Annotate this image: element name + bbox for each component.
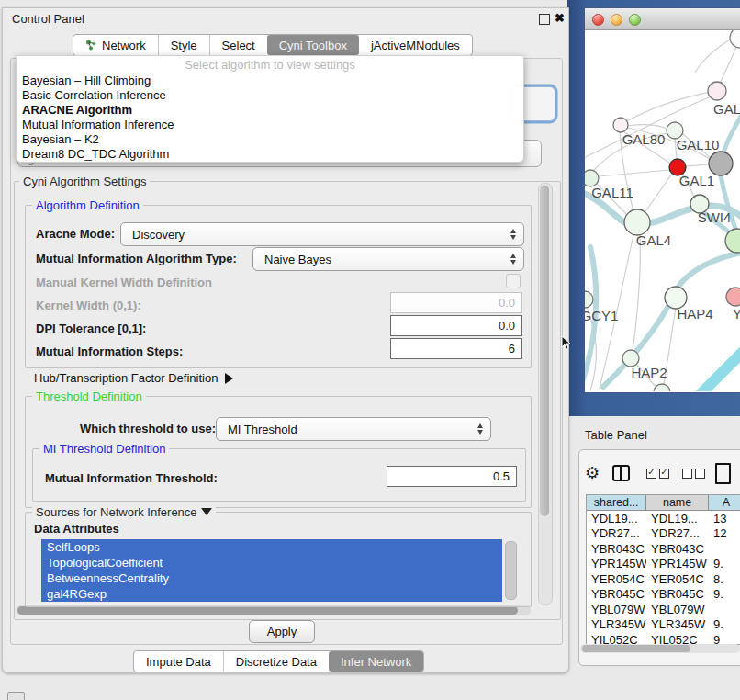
table-row[interactable]: YER054CYER054C8.	[587, 571, 740, 587]
network-view-window[interactable]: GALGAL80GAL10GAL1GAL11GAL4SWI4GCY1HAP4YH…	[584, 7, 740, 393]
cyni-bottom-tabbar: Impute DataDiscretize DataInfer Network	[133, 650, 424, 672]
algorithm-option[interactable]: Bayesian – Hill Climbing	[17, 73, 523, 88]
table-row[interactable]: YIL052CYIL052C9	[587, 632, 740, 645]
network-window-titlebar[interactable]	[585, 8, 740, 30]
table-cell: 8.	[709, 571, 740, 587]
table-cell: 9.	[709, 617, 740, 633]
column-header[interactable]: name	[646, 495, 709, 511]
float-window-icon[interactable]	[539, 14, 550, 25]
table-toolbar: ⚙	[585, 459, 731, 487]
algorithm-option[interactable]: Bayesian – K2	[17, 132, 523, 147]
data-attribute-item[interactable]: gal4RGexp	[41, 586, 502, 602]
tab-network[interactable]: Network	[73, 35, 158, 55]
table-row[interactable]: YLR345WYLR345W9.	[587, 617, 740, 633]
network-edge[interactable]	[626, 91, 717, 121]
list-scrollbar[interactable]	[505, 541, 517, 600]
table-row[interactable]: YDR27...YDR27...12	[587, 526, 740, 542]
algorithm-option[interactable]: Dream8 DC_TDC Algorithm	[17, 147, 523, 162]
column-layout-icon[interactable]	[612, 465, 630, 481]
network-edge[interactable]	[686, 164, 709, 166]
algorithm-option[interactable]: Basic Correlation Inference	[17, 88, 523, 103]
table-row[interactable]: YDL19...YDL19...13	[587, 511, 740, 526]
unchecked-box-icon[interactable]	[695, 469, 705, 479]
aracne-mode-combobox[interactable]: Discovery	[120, 222, 524, 246]
table-cell: YDL19...	[587, 511, 646, 526]
tab-jactivemnodules[interactable]: jActiveMNodules	[359, 35, 472, 55]
table-header-row: shared...nameA	[587, 495, 740, 511]
table-cell: YBR045C	[646, 587, 709, 603]
data-attributes-label: Data Attributes	[34, 522, 119, 536]
settings-gear-icon[interactable]: ⚙	[585, 463, 600, 483]
network-edge[interactable]	[603, 253, 740, 387]
apply-button[interactable]: Apply	[249, 620, 315, 643]
unchecked-box-icon[interactable]	[682, 469, 692, 479]
mi-steps-field[interactable]: 6	[390, 338, 522, 359]
column-header[interactable]: A	[709, 495, 740, 511]
network-node[interactable]	[730, 30, 740, 48]
hub-definition-expander[interactable]: Hub/Transcription Factor Definition	[34, 371, 233, 385]
checked-box-icon[interactable]	[659, 469, 669, 479]
close-icon[interactable]: ✖	[555, 11, 565, 25]
network-node[interactable]	[654, 384, 670, 391]
table-cell: YIL052C	[646, 632, 709, 645]
mi-algorithm-type-combobox[interactable]: Naive Bayes	[252, 247, 524, 271]
manual-kernel-width-checkbox[interactable]	[506, 274, 521, 288]
minimize-traffic-light[interactable]	[611, 14, 622, 26]
table-panel-title: Table Panel	[585, 428, 647, 442]
node-label: SWI4	[698, 209, 732, 225]
network-edge[interactable]	[633, 235, 640, 350]
collapse-down-icon	[201, 508, 212, 515]
mi-threshold-field[interactable]: 0.5	[387, 466, 517, 487]
network-canvas[interactable]: GALGAL80GAL10GAL1GAL11GAL4SWI4GCY1HAP4YH…	[585, 30, 740, 391]
dpi-tolerance-field[interactable]: 0.0	[390, 315, 522, 336]
network-edge[interactable]	[695, 40, 730, 73]
data-attribute-item[interactable]: SelfLoops	[41, 539, 502, 555]
table-cell: YDR27...	[587, 526, 646, 542]
tab-discretize-data[interactable]: Discretize Data	[223, 651, 329, 672]
tab-select[interactable]: Select	[209, 35, 267, 55]
mi-algorithm-type-label: Mutual Information Algorithm Type:	[36, 252, 237, 265]
table-cell: YPR145W	[587, 557, 646, 572]
network-node-gcy1[interactable]	[585, 291, 593, 308]
control-panel-window: Control Panel ✖ NetworkStyleSelectCyni T…	[2, 7, 569, 673]
page-icon[interactable]	[715, 463, 731, 484]
table-row[interactable]: YBR045CYBR045C9.	[587, 587, 740, 603]
table-horizontal-scrollbar[interactable]	[580, 644, 740, 653]
node-table: shared...nameA YDL19...YDL19...13YDR27..…	[586, 494, 740, 645]
sources-title[interactable]: Sources for Network Inference	[32, 505, 216, 519]
network-node-gal[interactable]	[708, 82, 726, 100]
network-edge[interactable]	[644, 174, 672, 214]
table-row[interactable]: YPR145WYPR145W9.	[587, 557, 740, 572]
tab-cyni-toolbox[interactable]: Cyni Toolbox	[267, 35, 359, 55]
kernel-width-label: Kernel Width (0,1):	[36, 299, 141, 312]
minimized-panel-icon[interactable]	[7, 692, 25, 700]
tab-style[interactable]: Style	[158, 35, 209, 55]
table-row[interactable]: YBL079WYBL079W	[587, 602, 740, 617]
column-header[interactable]: shared...	[587, 495, 646, 511]
node-label: Y	[733, 306, 740, 322]
network-edge[interactable]	[701, 352, 740, 391]
table-cell: YLR345W	[587, 617, 646, 633]
algorithm-option[interactable]: Mutual Information Inference	[17, 118, 523, 132]
network-node-gal80[interactable]	[613, 118, 628, 132]
which-threshold-combobox[interactable]: MI Threshold	[216, 417, 491, 441]
aracne-mode-label: Aracne Mode:	[36, 227, 115, 241]
network-edge[interactable]	[720, 45, 737, 84]
kernel-width-field[interactable]: 0.0	[390, 292, 522, 313]
algorithm-option[interactable]: ARACNE Algorithm	[17, 103, 523, 118]
close-traffic-light[interactable]	[592, 14, 604, 26]
network-node-gal4[interactable]	[624, 209, 650, 235]
table-cell	[709, 541, 740, 557]
settings-vertical-scrollbar[interactable]	[538, 183, 553, 605]
table-cell: YLR345W	[646, 617, 709, 633]
zoom-traffic-light[interactable]	[629, 14, 641, 26]
table-cell: YER054C	[587, 571, 646, 587]
tab-impute-data[interactable]: Impute Data	[134, 651, 223, 672]
data-attribute-item[interactable]: TopologicalCoefficient	[41, 555, 502, 570]
checked-box-icon[interactable]	[646, 469, 656, 479]
network-node-y[interactable]	[726, 288, 740, 306]
data-attribute-item[interactable]: BetweennessCentrality	[41, 570, 502, 586]
network-edge[interactable]	[599, 170, 669, 176]
tab-infer-network[interactable]: Infer Network	[329, 651, 423, 672]
table-row[interactable]: YBR043CYBR043C	[587, 541, 740, 557]
